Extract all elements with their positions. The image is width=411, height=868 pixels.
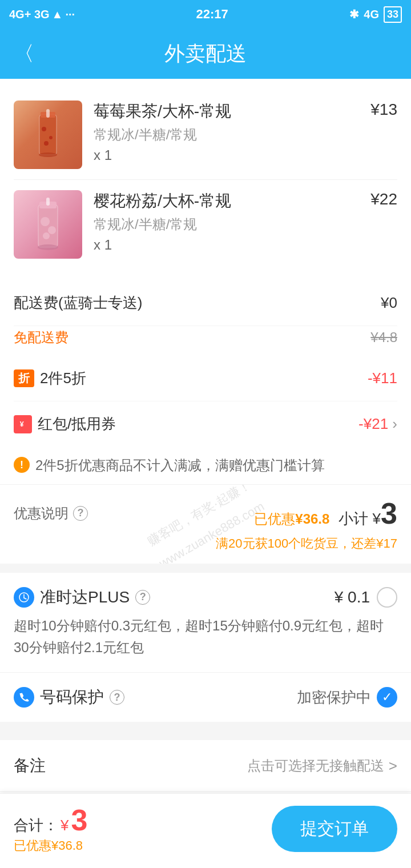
svg-point-12 bbox=[48, 226, 56, 234]
phone-label: 号码保护 ? bbox=[14, 686, 124, 708]
item-info-2: 樱花粉荔/大杯-常规 常规冰/半糖/常规 x 1 bbox=[94, 190, 359, 253]
item-name: 莓莓果茶/大杯-常规 bbox=[94, 101, 359, 122]
summary-section: 赚客吧，有奖·起赚！ www.zuanke888.com 优惠说明 ? 已优惠¥… bbox=[0, 484, 411, 564]
discount-row: 折 2件5折 -¥11 bbox=[14, 356, 397, 401]
bluetooth-icon: ✱ bbox=[349, 7, 359, 21]
remark-chevron: > bbox=[389, 757, 397, 775]
svg-rect-7 bbox=[38, 204, 58, 247]
svg-rect-3 bbox=[46, 109, 50, 118]
remark-label: 备注 bbox=[14, 755, 46, 777]
phone-protect-row: 号码保护 ? 加密保护中 ✓ bbox=[0, 672, 411, 722]
discount-text: 2件5折 bbox=[40, 368, 86, 388]
plus-title: 准时达PLUS ? bbox=[14, 586, 150, 608]
section-gap-1 bbox=[0, 564, 411, 573]
plus-desc: 超时10分钟赔付0.3元红包，超时15分钟赔付0.9元红包，超时30分钟赔付2.… bbox=[14, 615, 397, 659]
discount-value: -¥11 bbox=[368, 369, 397, 387]
item-desc-2: 常规冰/半糖/常规 bbox=[94, 215, 359, 234]
warning-row: ! 2件5折优惠商品不计入满减，满赠优惠门槛计算 bbox=[0, 447, 411, 484]
plus-title-text: 准时达PLUS bbox=[40, 586, 130, 608]
warning-icon: ! bbox=[14, 457, 30, 473]
remark-text: 点击可选择无接触配送 bbox=[247, 757, 384, 775]
plus-radio-button[interactable] bbox=[377, 587, 397, 608]
plus-header: 准时达PLUS ? ¥ 0.1 bbox=[14, 586, 397, 608]
coupon-label: ¥ 红包/抵用券 bbox=[14, 414, 116, 434]
order-item: 樱花粉荔/大杯-常规 常规冰/半糖/常规 x 1 ¥22 bbox=[14, 180, 397, 269]
status-signal: 4G+ 3G ▲ ··· bbox=[9, 8, 75, 21]
dots-icon: ··· bbox=[65, 8, 75, 21]
reward-text: 满20元获100个吃货豆，还差¥17 bbox=[14, 535, 397, 552]
discount-label: 折 2件5折 bbox=[14, 368, 86, 388]
svg-line-17 bbox=[24, 598, 26, 599]
coupon-value: -¥21 › bbox=[358, 415, 397, 433]
already-saved: 已优惠¥36.8 bbox=[254, 510, 329, 528]
subtotal-amount: 3 bbox=[381, 497, 397, 530]
item-image-cherry bbox=[14, 190, 82, 259]
item-qty-2: x 1 bbox=[94, 237, 359, 253]
subtotal: 小计 ¥3 bbox=[339, 496, 397, 531]
order-items-section: 莓莓果茶/大杯-常规 常规冰/半糖/常规 x 1 ¥13 樱花粉荔/大杯-常规 bbox=[0, 79, 411, 280]
submit-order-button[interactable]: 提交订单 bbox=[272, 806, 397, 852]
total-amount: 3 bbox=[71, 803, 87, 837]
status-bar: 4G+ 3G ▲ ··· 22:17 ✱ 4G 33 bbox=[0, 0, 411, 29]
plus-section: 准时达PLUS ? ¥ 0.1 超时10分钟赔付0.3元红包，超时15分钟赔付0… bbox=[0, 573, 411, 673]
delivery-fee-label: 配送费(蓝骑士专送) bbox=[14, 293, 142, 313]
network-4g: 4G bbox=[364, 8, 379, 21]
svg-rect-0 bbox=[39, 115, 57, 155]
phone-icon bbox=[14, 687, 34, 708]
item-name-2: 樱花粉荔/大杯-常规 bbox=[94, 190, 359, 212]
remark-value: 点击可选择无接触配送 > bbox=[247, 757, 397, 775]
status-right: ✱ 4G 33 bbox=[349, 6, 402, 23]
top-nav: 〈 外卖配送 bbox=[0, 29, 411, 79]
status-time: 22:17 bbox=[196, 7, 228, 22]
remark-row[interactable]: 备注 点击可选择无接触配送 > bbox=[0, 740, 411, 792]
svg-text:¥: ¥ bbox=[20, 420, 24, 428]
order-item: 莓莓果茶/大杯-常规 常规冰/半糖/常规 x 1 ¥13 bbox=[14, 90, 397, 180]
item-image-berry bbox=[14, 101, 82, 169]
delivery-fee-row: 配送费(蓝骑士专送) ¥0 bbox=[14, 280, 397, 326]
svg-point-4 bbox=[42, 127, 46, 131]
svg-point-5 bbox=[49, 136, 53, 139]
section-gap-2 bbox=[0, 722, 411, 731]
plus-price: ¥ 0.1 bbox=[335, 587, 397, 608]
svg-point-6 bbox=[44, 141, 49, 146]
free-delivery-row: 免配送费 ¥4.8 bbox=[14, 326, 397, 356]
svg-rect-10 bbox=[46, 198, 50, 206]
protect-status-text: 加密保护中 bbox=[297, 688, 371, 708]
page-title: 外卖配送 bbox=[164, 40, 247, 68]
plus-help-icon[interactable]: ? bbox=[135, 590, 150, 605]
free-delivery-label: 免配送费 bbox=[14, 328, 68, 347]
svg-point-13 bbox=[43, 232, 50, 239]
protect-status: 加密保护中 ✓ bbox=[297, 687, 397, 708]
coupon-text: 红包/抵用券 bbox=[38, 414, 116, 434]
item-price: ¥13 bbox=[370, 101, 397, 119]
protect-checked-icon: ✓ bbox=[377, 687, 397, 708]
coupon-row[interactable]: ¥ 红包/抵用券 -¥21 › bbox=[14, 401, 397, 447]
svg-point-2 bbox=[39, 152, 57, 157]
svg-point-11 bbox=[41, 217, 50, 226]
item-qty: x 1 bbox=[94, 147, 359, 163]
item-price-2: ¥22 bbox=[370, 190, 397, 208]
summary-row: 优惠说明 ? 已优惠¥36.8 小计 ¥3 bbox=[14, 496, 397, 531]
free-delivery-original: ¥4.8 bbox=[370, 329, 397, 345]
back-button[interactable]: 〈 bbox=[14, 40, 34, 68]
phone-help-icon[interactable]: ? bbox=[110, 690, 124, 705]
summary-right: 已优惠¥36.8 小计 ¥3 bbox=[254, 496, 397, 531]
coupon-badge: ¥ bbox=[14, 415, 32, 433]
bottom-bar: 合计： ¥3 已优惠¥36.8 提交订单 bbox=[0, 793, 411, 868]
summary-left: 优惠说明 ? bbox=[14, 504, 88, 523]
discount-explanation-label: 优惠说明 bbox=[14, 504, 68, 523]
phone-protect-label: 号码保护 bbox=[40, 686, 104, 708]
signal-icon: ▲ bbox=[52, 8, 63, 21]
total-label: 合计： ¥3 bbox=[14, 803, 87, 837]
discount-badge: 折 bbox=[14, 369, 34, 387]
battery-indicator: 33 bbox=[384, 6, 402, 23]
item-info: 莓莓果茶/大杯-常规 常规冰/半糖/常规 x 1 bbox=[94, 101, 359, 163]
total-info: 合计： ¥3 已优惠¥36.8 bbox=[14, 803, 87, 854]
signal-text: 4G+ 3G bbox=[9, 8, 50, 21]
warning-text: 2件5折优惠商品不计入满减，满赠优惠门槛计算 bbox=[35, 456, 325, 475]
chevron-right-icon: › bbox=[392, 415, 397, 432]
svg-point-9 bbox=[38, 244, 58, 250]
delivery-fee-value: ¥0 bbox=[381, 294, 397, 312]
help-icon[interactable]: ? bbox=[73, 506, 88, 521]
plus-clock-icon bbox=[14, 587, 34, 608]
